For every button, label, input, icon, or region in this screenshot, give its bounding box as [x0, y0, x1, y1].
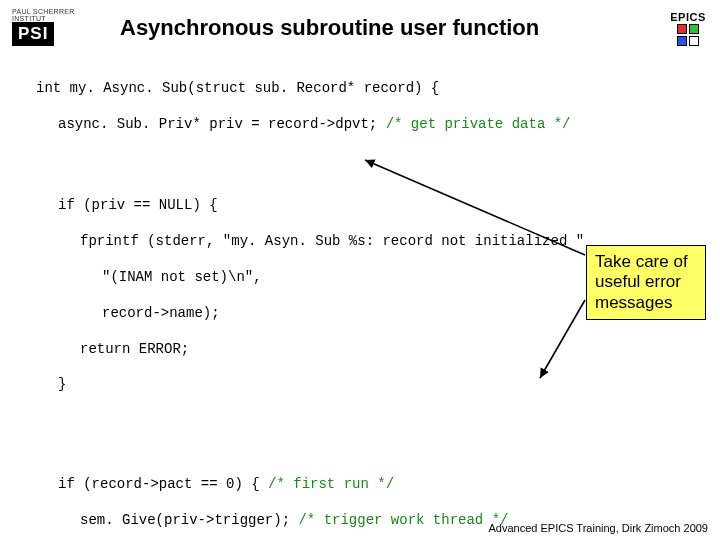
code-line: int my. Async. Sub(struct sub. Record* r…	[36, 80, 690, 98]
epics-text: EPICS	[668, 11, 708, 23]
psi-acronym: PSI	[12, 22, 54, 46]
code-line: if (priv == NULL) {	[36, 197, 690, 215]
epics-squares-icon	[677, 24, 699, 46]
code-line: async. Sub. Priv* priv = record->dpvt; /…	[36, 116, 690, 134]
callout-box: Take care of useful error messages	[586, 245, 706, 320]
footer-text: Advanced EPICS Training, Dirk Zimoch 200…	[489, 522, 709, 534]
code-line: return ERROR;	[36, 341, 690, 359]
slide-title: Asynchronous subroutine user function	[120, 15, 668, 41]
code-line: if (record->pact == 0) { /* first run */	[36, 476, 690, 494]
code-line: }	[36, 376, 690, 394]
psi-logo: PAUL SCHERRER INSTITUT PSI	[12, 8, 102, 48]
epics-logo: EPICS	[668, 11, 708, 46]
slide-header: PAUL SCHERRER INSTITUT PSI Asynchronous …	[0, 0, 720, 52]
institute-name: PAUL SCHERRER INSTITUT	[12, 8, 102, 22]
